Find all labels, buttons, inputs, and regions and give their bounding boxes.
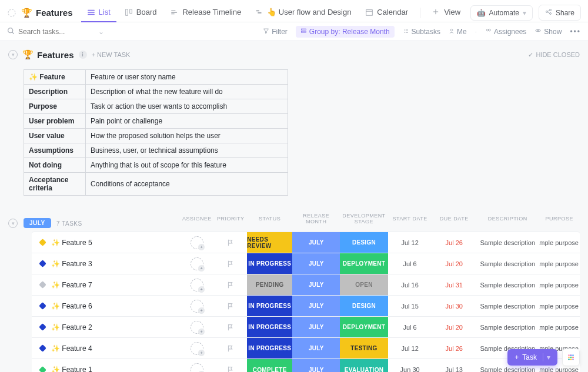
hide-closed-toggle[interactable]: ✓ HIDE CLOSED [528,51,580,59]
status-cell[interactable]: PENDING [247,274,292,295]
share-button[interactable]: Share [539,5,581,21]
stage-cell[interactable]: DESIGN [340,232,387,253]
due-date-cell[interactable]: Jul 26 [432,338,476,358]
tab-list[interactable]: List [81,3,116,22]
start-date-cell[interactable]: Jul 12 [388,338,432,358]
description-cell[interactable]: Sample description [476,296,539,316]
group-pill[interactable]: JULY [24,218,51,228]
due-date-cell[interactable]: Jul 26 [432,232,476,253]
purpose-cell[interactable]: Sample purpose [539,253,580,274]
filter-button[interactable]: Filter [263,28,288,36]
month-cell[interactable]: JULY [292,274,340,295]
description-cell[interactable]: Sample description [476,274,539,295]
task-row[interactable]: ✨ Feature 7 PENDING JULY OPEN Jul 16 Jul… [32,274,580,296]
month-cell[interactable]: JULY [292,232,340,253]
description-cell[interactable]: Sample description [476,232,539,253]
priority-cell[interactable] [215,296,247,316]
month-cell[interactable]: JULY [292,296,340,316]
status-cell[interactable]: IN PROGRESS [247,338,292,358]
chevron-down-icon[interactable]: ▾ [543,353,550,361]
start-date-cell[interactable]: Jul 6 [388,317,432,337]
month-cell[interactable]: JULY [292,317,340,337]
task-name-cell[interactable]: ✨ Feature 6 [32,296,179,316]
task-name-cell[interactable]: ✨ Feature 5 [32,232,179,253]
month-cell[interactable]: JULY [292,359,340,372]
task-row[interactable]: ✨ Feature 4 IN PROGRESS JULY TESTING Jul… [32,338,580,359]
description-cell[interactable]: Sample description [476,253,539,274]
info-icon[interactable]: i [79,51,87,59]
stage-cell[interactable]: EVALUATION [340,359,387,372]
month-cell[interactable]: JULY [292,338,340,358]
tab-release-timeline[interactable]: Release Timeline [165,3,247,22]
stage-cell[interactable]: DESIGN [340,296,387,316]
task-name-cell[interactable]: ✨ Feature 1 [32,359,179,372]
tab-calendar[interactable]: Calendar [359,3,414,22]
apps-fab[interactable] [562,348,580,366]
status-cell[interactable]: IN PROGRESS [247,253,292,274]
start-date-cell[interactable]: Jun 30 [388,359,432,372]
assignee-cell[interactable] [179,253,214,274]
start-date-cell[interactable]: Jul 16 [388,274,432,295]
tab-user-flow[interactable]: 👆 User flow and Design [249,3,357,22]
tab-board[interactable]: Board [119,3,163,22]
description-cell[interactable]: Sample description [476,317,539,337]
assignee-cell[interactable] [179,296,214,316]
task-row[interactable]: ✨ Feature 2 IN PROGRESS JULY DEPLOYMENT … [32,317,580,338]
stage-cell[interactable]: DEPLOYMENT [340,317,387,337]
status-cell[interactable]: IN PROGRESS [247,317,292,337]
more-button[interactable]: ••• [570,28,581,36]
priority-cell[interactable] [215,253,247,274]
priority-cell[interactable] [215,338,247,358]
assignee-cell[interactable] [179,338,214,358]
groupby-pill[interactable]: Group by: Release Month [296,26,395,38]
priority-cell[interactable] [215,274,247,295]
due-date-cell[interactable]: Jul 30 [432,296,476,316]
task-row[interactable]: ✨ Feature 1 COMPLETE JULY EVALUATION Jun… [32,359,580,372]
task-name-cell[interactable]: ✨ Feature 3 [32,253,179,274]
purpose-cell[interactable]: Sample purpose [539,317,580,337]
new-task-fab[interactable]: + Task ▾ [507,349,557,366]
start-date-cell[interactable]: Jul 15 [388,296,432,316]
assignee-cell[interactable] [179,274,214,295]
month-cell[interactable]: JULY [292,253,340,274]
task-name-cell[interactable]: ✨ Feature 2 [32,317,179,337]
group-collapse-toggle[interactable]: ▾ [8,219,18,228]
chevron-down-icon[interactable]: ⌄ [98,28,104,36]
status-cell[interactable]: IN PROGRESS [247,296,292,316]
stage-cell[interactable]: DEPLOYMENT [340,253,387,274]
priority-cell[interactable] [215,359,247,372]
new-task-button[interactable]: + NEW TASK [92,51,131,58]
assignee-cell[interactable] [179,232,214,253]
due-date-cell[interactable]: Jul 13 [432,359,476,372]
due-date-cell[interactable]: Jul 31 [432,274,476,295]
task-row[interactable]: ✨ Feature 3 IN PROGRESS JULY DEPLOYMENT … [32,253,580,274]
purpose-cell[interactable]: Sample purpose [539,296,580,316]
start-date-cell[interactable]: Jul 12 [388,232,432,253]
due-date-cell[interactable]: Jul 20 [432,317,476,337]
stage-cell[interactable]: TESTING [340,338,387,358]
status-cell[interactable]: COMPLETE [247,359,292,372]
assignees-button[interactable]: Assignees [485,28,526,36]
task-row[interactable]: ✨ Feature 6 IN PROGRESS JULY DESIGN Jul … [32,296,580,317]
me-button[interactable]: Me [449,28,467,36]
assignee-cell[interactable] [179,359,214,372]
subtasks-button[interactable]: Subtasks [403,28,440,36]
task-name-cell[interactable]: ✨ Feature 4 [32,338,179,358]
priority-cell[interactable] [215,232,247,253]
priority-cell[interactable] [215,317,247,337]
collapse-toggle[interactable]: ▾ [8,50,18,59]
purpose-cell[interactable]: Sample purpose [539,274,580,295]
task-name-cell[interactable]: ✨ Feature 7 [32,274,179,295]
show-button[interactable]: Show [534,27,562,36]
due-date-cell[interactable]: Jul 20 [432,253,476,274]
stage-cell[interactable]: OPEN [340,274,387,295]
assignee-cell[interactable] [179,317,214,337]
start-date-cell[interactable]: Jul 6 [388,253,432,274]
tab-add-view[interactable]: View [426,3,466,22]
purpose-cell[interactable]: Sample purpose [539,232,580,253]
page-title[interactable]: 🏆 Features [21,8,73,18]
status-cell[interactable]: NEEDS REVIEW [247,232,292,253]
task-row[interactable]: ✨ Feature 5 NEEDS REVIEW JULY DESIGN Jul… [32,232,580,253]
automate-button[interactable]: 🤖 Automate ▾ [470,5,533,21]
search-input[interactable] [18,28,95,36]
